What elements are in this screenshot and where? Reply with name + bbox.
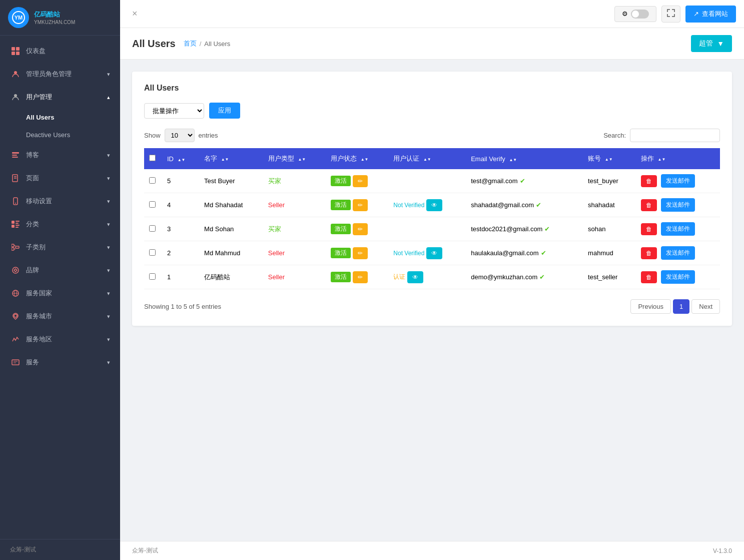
admin-button[interactable]: 超管 ▼ xyxy=(691,35,732,52)
svg-rect-17 xyxy=(16,221,20,222)
delete-button[interactable]: 🗑 xyxy=(641,271,657,283)
row-checkbox[interactable] xyxy=(149,225,156,232)
expand-button[interactable] xyxy=(661,6,680,23)
sort-userstatus-icon[interactable]: ▲▼ xyxy=(361,158,369,162)
cell-email-verify: testdoc2021@gmail.com ✔ xyxy=(466,217,583,241)
sidebar-item-service[interactable]: 服务 ▾ xyxy=(0,351,120,374)
table-row: 1亿码酷站Seller 激活 ✏ 认证 👁 demo@ymkuzhan.com … xyxy=(144,265,720,289)
status-badge: 激活 xyxy=(331,176,351,186)
gear-icon: ⚙ xyxy=(622,10,628,18)
edit-button[interactable]: ✏ xyxy=(353,223,368,235)
topbar: × ⚙ ↗ 查看网站 xyxy=(120,0,744,28)
sort-account-icon[interactable]: ▲▼ xyxy=(605,158,613,162)
svg-point-27 xyxy=(13,267,19,273)
row-checkbox[interactable] xyxy=(149,177,156,184)
arrow-icon: ▾ xyxy=(107,175,110,182)
edit-button[interactable]: ✏ xyxy=(353,199,368,211)
search-row: Search: xyxy=(603,129,720,142)
service-country-icon xyxy=(10,288,21,299)
row-checkbox[interactable] xyxy=(149,249,156,256)
sidebar-item-brands[interactable]: 品牌 ▾ xyxy=(0,259,120,282)
sidebar-subitem-all-users[interactable]: All Users xyxy=(0,109,120,126)
cell-user-status: 激活 ✏ xyxy=(326,265,388,289)
logo-sub: YMKUZHAN.COM xyxy=(34,20,75,25)
close-button[interactable]: × xyxy=(128,7,142,21)
pagination-buttons: Previous 1 Next xyxy=(630,299,720,314)
send-email-button[interactable]: 发送邮件 xyxy=(661,222,695,236)
sidebar-item-label: 博客 xyxy=(26,151,39,160)
user-type-badge: Seller xyxy=(268,201,285,209)
send-email-button[interactable]: 发送邮件 xyxy=(661,270,695,284)
footer-text: 众筹-测试 xyxy=(10,546,36,553)
select-all-checkbox[interactable] xyxy=(149,155,156,161)
sidebar-item-dashboard[interactable]: 仪表盘 xyxy=(0,40,120,63)
sort-name-icon[interactable]: ▲▼ xyxy=(221,158,229,162)
sidebar-item-mobile-settings[interactable]: 移动设置 ▾ xyxy=(0,190,120,213)
sort-emailverify-icon[interactable]: ▲▼ xyxy=(509,158,517,162)
sidebar-item-blog[interactable]: 博客 ▾ xyxy=(0,144,120,167)
delete-button[interactable]: 🗑 xyxy=(641,223,657,235)
sidebar-item-pages[interactable]: 页面 ▾ xyxy=(0,167,120,190)
search-input[interactable] xyxy=(630,129,720,142)
eye-button[interactable]: 👁 xyxy=(407,271,423,283)
next-button[interactable]: Next xyxy=(691,299,720,314)
view-site-button[interactable]: ↗ 查看网站 xyxy=(685,6,736,23)
svg-rect-26 xyxy=(16,246,19,248)
prev-button[interactable]: Previous xyxy=(630,299,671,314)
cell-id: 4 xyxy=(162,193,199,217)
bulk-action-select[interactable]: 批量操作 删除 xyxy=(144,103,204,119)
eye-button[interactable]: 👁 xyxy=(426,247,442,259)
send-email-button[interactable]: 发送邮件 xyxy=(661,246,695,260)
cell-id: 2 xyxy=(162,241,199,265)
sidebar-item-service-city[interactable]: 服务城市 ▾ xyxy=(0,305,120,328)
cell-name: Md Mahmud xyxy=(199,241,263,265)
breadcrumb-home[interactable]: 首页 xyxy=(184,39,197,48)
cell-email-verify: shahadat@gmail.com ✔ xyxy=(466,193,583,217)
cell-account: test_seller xyxy=(583,265,636,289)
cell-actions: 🗑 发送邮件 xyxy=(636,265,720,289)
sidebar-footer: 众筹-测试 xyxy=(0,539,120,560)
sidebar-item-service-region[interactable]: 服务地区 ▾ xyxy=(0,328,120,351)
edit-button[interactable]: ✏ xyxy=(353,271,368,283)
page-1-button[interactable]: 1 xyxy=(673,299,689,314)
sort-id-icon[interactable]: ▲▼ xyxy=(178,158,186,162)
cell-user-type: 买家 xyxy=(263,217,326,241)
delete-button[interactable]: 🗑 xyxy=(641,247,657,259)
cell-name: 亿码酷站 xyxy=(199,265,263,289)
sidebar-item-categories[interactable]: 分类 ▾ xyxy=(0,213,120,236)
arrow-icon: ▾ xyxy=(107,359,110,366)
user-type-badge: 买家 xyxy=(268,225,281,233)
status-badge: 激活 xyxy=(331,272,351,282)
bulk-action-row: 批量操作 删除 应用 xyxy=(144,103,720,119)
sidebar-item-admin-roles[interactable]: 管理员角色管理 ▾ xyxy=(0,63,120,86)
eye-button[interactable]: 👁 xyxy=(426,199,442,211)
edit-button[interactable]: ✏ xyxy=(353,247,368,259)
send-email-button[interactable]: 发送邮件 xyxy=(661,174,695,188)
sidebar-item-user-mgmt[interactable]: 用户管理 ▴ xyxy=(0,86,120,109)
toggle-slider[interactable] xyxy=(631,10,649,19)
status-badge: 激活 xyxy=(331,224,351,234)
edit-button[interactable]: ✏ xyxy=(353,175,368,187)
sidebar-subitem-deactive-users[interactable]: Deactive Users xyxy=(0,126,120,144)
delete-button[interactable]: 🗑 xyxy=(641,175,657,187)
sort-actions-icon[interactable]: ▲▼ xyxy=(658,158,666,162)
apply-button[interactable]: 应用 xyxy=(209,103,240,119)
delete-button[interactable]: 🗑 xyxy=(641,199,657,211)
cell-actions: 🗑 发送邮件 xyxy=(636,193,720,217)
col-actions: 操作 ▲▼ xyxy=(636,148,720,169)
col-checkbox xyxy=(144,148,162,169)
sidebar-item-label: 品牌 xyxy=(26,266,39,275)
email-address: demo@ymkuzhan.com ✔ xyxy=(471,273,578,281)
send-email-button[interactable]: 发送邮件 xyxy=(661,198,695,212)
arrow-icon: ▾ xyxy=(107,152,110,159)
gear-button[interactable]: ⚙ xyxy=(614,6,656,22)
row-checkbox[interactable] xyxy=(149,273,156,280)
user-type-badge: Seller xyxy=(268,273,285,281)
entries-select[interactable]: 10 25 50 100 xyxy=(165,129,195,142)
sidebar-item-label: 仪表盘 xyxy=(26,47,46,56)
sort-userverify-icon[interactable]: ▲▼ xyxy=(423,158,431,162)
row-checkbox[interactable] xyxy=(149,201,156,208)
sidebar-item-sub-categories[interactable]: 子类别 ▾ xyxy=(0,236,120,259)
sort-usertype-icon[interactable]: ▲▼ xyxy=(298,158,306,162)
sidebar-item-service-country[interactable]: 服务国家 ▾ xyxy=(0,282,120,305)
